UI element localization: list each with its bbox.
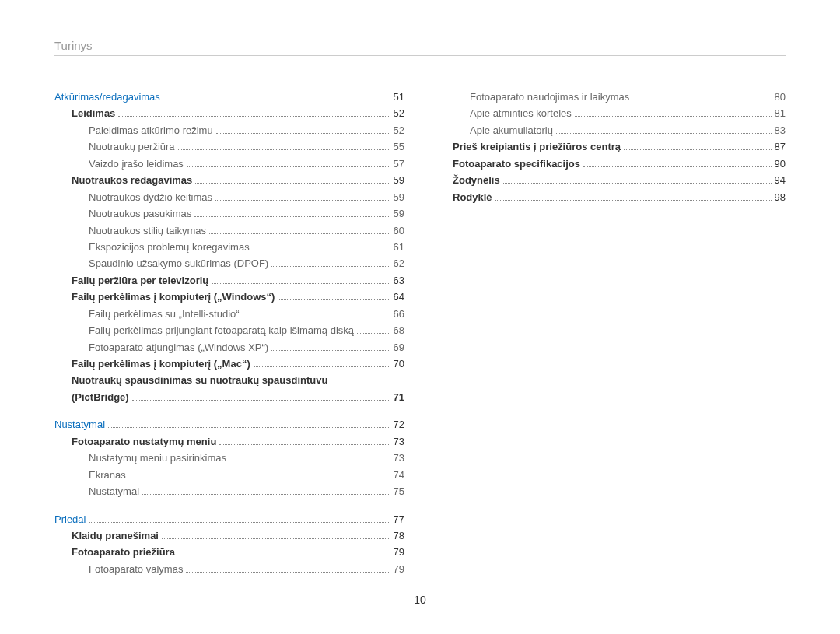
toc-label: Nuotraukos redagavimas [72,172,192,188]
toc-entry[interactable]: Apie akumuliatorių83 [436,122,786,138]
toc-leader-dots [162,538,390,539]
toc-label: Nustatymai [54,416,105,433]
title-divider [54,55,786,56]
toc-entry[interactable]: Rodyklė98 [436,189,786,205]
toc-leader-dots [187,166,390,167]
toc-page-number: 79 [394,561,404,577]
toc-entry[interactable]: Ekranas74 [54,467,404,483]
toc-label: Ekspozicijos problemų koregavimas [89,239,250,255]
toc-spacer [54,500,404,511]
toc-leader-dots [278,299,390,300]
toc-entry[interactable]: Žodynėlis94 [436,172,786,188]
toc-entry[interactable]: Nuotraukos stilių taikymas60 [54,222,404,239]
toc-label: Fotoaparato naudojimas ir laikymas [470,89,629,105]
toc-label: Failų perkėlimas į kompiuterį („Mac“) [72,356,250,372]
toc-spacer [54,405,404,416]
toc-leader-dots [178,555,390,555]
toc-page-number: 51 [394,89,404,105]
toc-label: Failų perkėlimas prijungiant fotoaparatą… [89,322,354,338]
toc-leader-dots [108,427,390,428]
toc-right-column: Fotoaparato naudojimas ir laikymas80Apie… [436,89,786,577]
toc-label: Nuotraukos stilių taikymas [89,222,206,239]
toc-entry[interactable]: Nustatymai72 [54,416,404,433]
toc-entry[interactable]: Nuotraukų spausdinimas su nuotraukų spau… [54,372,404,405]
toc-entry[interactable]: Priedai77 [54,511,404,527]
toc-label: Rodyklė [453,189,492,205]
toc-label: Failų perkėlimas su „Intelli-studio“ [89,306,240,322]
toc-label: Vaizdo įrašo leidimas [89,156,184,172]
toc-page-number: 83 [775,122,786,138]
toc-leader-dots [163,100,390,100]
toc-entry[interactable]: Fotoaparato naudojimas ir laikymas80 [436,89,786,105]
toc-page-number: 94 [775,172,786,188]
toc-entry[interactable]: Nustatymai75 [54,483,404,499]
toc-page-number: 73 [394,450,404,466]
toc-entry[interactable]: Nustatymų meniu pasirinkimas73 [54,450,404,466]
toc-entry[interactable]: Vaizdo įrašo leidimas57 [54,156,404,172]
toc-label: (PictBridge) [72,389,129,405]
toc-label: Nuotraukų peržiūra [89,138,175,155]
toc-leader-dots [186,572,390,573]
toc-page-number: 61 [394,239,404,255]
toc-entry[interactable]: Apie atminties korteles81 [436,105,786,121]
page-number: 10 [0,594,840,606]
toc-leader-dots [209,233,390,234]
toc-leader-dots [357,333,390,334]
toc-entry[interactable]: Failų perkėlimas su „Intelli-studio“66 [54,306,404,322]
toc-entry[interactable]: Spaudinio užsakymo sukūrimas (DPOF)62 [54,255,404,271]
toc-page-number: 71 [394,389,404,405]
toc-entry[interactable]: Ekspozicijos problemų koregavimas61 [54,239,404,255]
toc-leader-dots [624,149,772,150]
toc-entry[interactable]: Paleidimas atkūrimo režimu52 [54,122,404,138]
toc-page-number: 57 [394,156,404,172]
toc-leader-dots [219,444,390,445]
toc-page-number: 59 [394,189,404,205]
toc-entry[interactable]: Atkūrimas/redagavimas51 [54,89,404,105]
toc-label: Fotoaparato specifikacijos [453,156,580,172]
page-title: Turinys [54,39,786,52]
toc-leader-dots [194,216,390,217]
toc-page-number: 60 [394,222,404,239]
toc-page-number: 62 [394,255,404,271]
toc-leader-dots [495,200,772,201]
toc-entry[interactable]: Failų peržiūra per televizorių63 [54,272,404,289]
toc-entry[interactable]: Nuotraukos pasukimas59 [54,205,404,222]
toc-entry[interactable]: Fotoaparato nustatymų meniu73 [54,433,404,450]
toc-label: Fotoaparato nustatymų meniu [72,433,216,450]
toc-leader-dots [216,133,390,134]
toc-page-number: 68 [394,322,404,338]
toc-entry[interactable]: Fotoaparato atjungimas („Windows XP“)69 [54,339,404,356]
toc-entry[interactable]: Fotoaparato valymas79 [54,561,404,577]
toc-page-number: 79 [394,544,404,560]
toc-leader-dots [271,350,390,351]
toc-label: Fotoaparato priežiūra [72,544,175,560]
toc-entry[interactable]: Fotoaparato priežiūra79 [54,544,404,560]
toc-leader-dots [253,250,390,250]
toc-columns: Atkūrimas/redagavimas51Leidimas52Paleidi… [54,89,786,577]
toc-page-number: 55 [394,138,404,155]
toc-entry[interactable]: Failų perkėlimas prijungiant fotoaparatą… [54,322,404,338]
toc-entry[interactable]: Nuotraukos dydžio keitimas59 [54,189,404,205]
toc-leader-dots [118,116,390,117]
toc-leader-dots [212,283,390,284]
toc-entry[interactable]: Nuotraukų peržiūra55 [54,138,404,155]
toc-page-number: 59 [394,172,404,188]
toc-entry[interactable]: Failų perkėlimas į kompiuterį („Mac“)70 [54,356,404,372]
toc-entry[interactable]: Klaidų pranešimai78 [54,527,404,544]
toc-entry[interactable]: Prieš kreipiantis į priežiūros centrą87 [436,138,786,155]
toc-label: Nuotraukų spausdinimas su nuotraukų spau… [72,374,327,386]
toc-leader-dots [583,166,772,167]
toc-leader-dots [254,366,390,367]
toc-page-number: 77 [394,511,404,527]
toc-label: Fotoaparato atjungimas („Windows XP“) [89,339,268,356]
toc-page-number: 52 [394,105,404,121]
toc-page-number: 69 [394,339,404,356]
toc-page-number: 81 [775,105,786,121]
toc-label: Failų peržiūra per televizorių [72,272,208,289]
toc-leader-dots [215,200,390,201]
toc-entry[interactable]: Nuotraukos redagavimas59 [54,172,404,188]
toc-entry[interactable]: Leidimas52 [54,105,404,121]
toc-entry[interactable]: Fotoaparato specifikacijos90 [436,156,786,172]
toc-page-number: 64 [394,289,404,305]
toc-entry[interactable]: Failų perkėlimas į kompiuterį („Windows“… [54,289,404,305]
